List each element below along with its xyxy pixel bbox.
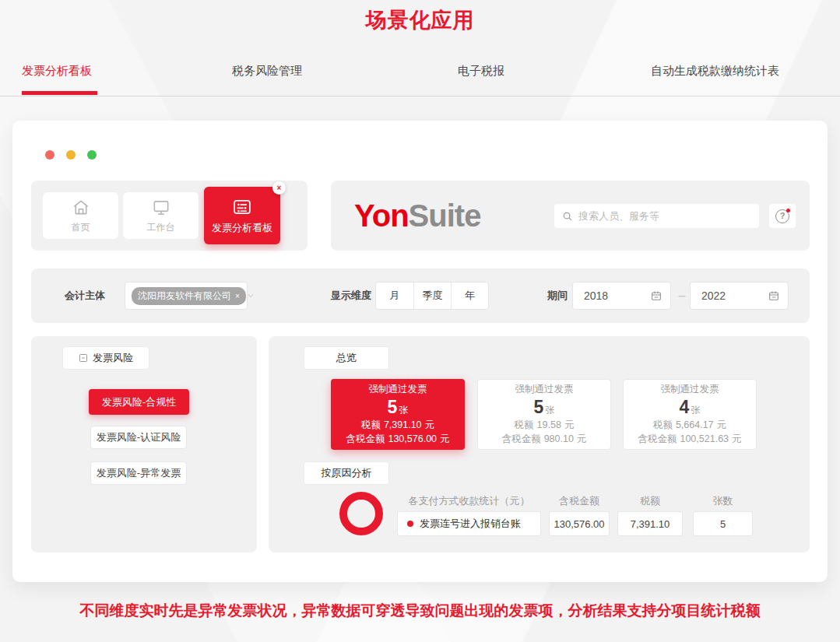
table-header-tax: 税额 bbox=[617, 494, 683, 508]
monitor-icon bbox=[151, 198, 171, 218]
stat-card-tax: 税额5,664.17元 bbox=[653, 418, 726, 432]
calendar-icon bbox=[768, 289, 780, 302]
tree-node-label: 发票风险 bbox=[93, 351, 133, 365]
notification-dot bbox=[786, 209, 790, 212]
logo-part-yon: Yon bbox=[354, 198, 409, 233]
dimension-segmented-control: 月 季度 年 bbox=[375, 282, 489, 310]
stat-card-tax: 税额7,391.10元 bbox=[361, 418, 434, 432]
dimension-option-month[interactable]: 月 bbox=[376, 282, 413, 309]
tab-tax-risk-management[interactable]: 税务风险管理 bbox=[232, 64, 302, 79]
period-to-input[interactable]: 2022 bbox=[690, 282, 789, 310]
yonsuite-logo: YonSuite bbox=[354, 181, 480, 251]
period-separator: – bbox=[674, 282, 690, 310]
tree-item-compliance[interactable]: 发票风险-合规性 bbox=[89, 389, 189, 415]
home-icon bbox=[71, 198, 91, 218]
payment-method-donut-chart[interactable] bbox=[339, 492, 383, 535]
tab-e-tax-filing[interactable]: 电子税报 bbox=[458, 64, 504, 79]
search-icon bbox=[562, 211, 573, 222]
logo-part-suite: Suite bbox=[409, 198, 481, 233]
stat-card-count: 4张 bbox=[680, 397, 701, 417]
stat-card-amount: 含税金额100,521.63元 bbox=[638, 432, 741, 446]
stat-card-count: 5张 bbox=[388, 397, 409, 417]
active-tab-underline bbox=[22, 91, 97, 95]
period-from-input[interactable]: 2018 bbox=[572, 282, 671, 310]
zoom-window-button[interactable] bbox=[87, 150, 97, 160]
nav-tile-label: 发票分析看板 bbox=[212, 221, 272, 235]
nav-tile-label: 工作台 bbox=[147, 221, 175, 234]
search-input[interactable] bbox=[578, 210, 751, 222]
global-search[interactable] bbox=[554, 204, 759, 228]
close-window-button[interactable] bbox=[45, 150, 54, 160]
help-button[interactable]: ? bbox=[769, 204, 796, 228]
analyze-by-reason-button[interactable]: 按原因分析 bbox=[304, 461, 389, 485]
calendar-icon bbox=[650, 289, 663, 302]
stat-card-forced-invoices-3[interactable]: 强制通过发票 4张 税额5,664.17元 含税金额100,521.63元 bbox=[623, 379, 757, 450]
stat-card-title: 强制通过发票 bbox=[661, 383, 719, 396]
stat-card-amount: 含税金额130,576.00元 bbox=[346, 432, 449, 446]
table-row-legend[interactable]: 发票连号进入报销台账 bbox=[397, 511, 541, 536]
window-controls bbox=[45, 150, 97, 160]
dashboard-icon bbox=[231, 196, 253, 218]
legend-label: 发票连号进入报销台账 bbox=[420, 517, 521, 531]
tree-item-certification-risk[interactable]: 发票风险-认证风险 bbox=[90, 426, 187, 449]
bottom-note: 不同维度实时先是异常发票状况，异常数据可穿透导致问题出现的发票项，分析结果支持分… bbox=[0, 601, 840, 621]
tree-node-invoice-risk[interactable]: 发票风险 bbox=[62, 346, 149, 370]
stat-card-count: 5张 bbox=[534, 397, 555, 417]
dimension-option-year[interactable]: 年 bbox=[451, 282, 488, 309]
entity-label: 会计主体 bbox=[65, 268, 105, 323]
app-window: 首页 工作台 发票分析看板 × Y bbox=[12, 121, 828, 582]
overview-button[interactable]: 总览 bbox=[304, 346, 389, 370]
table-cell-tax: 7,391.10 bbox=[617, 511, 683, 536]
filter-bar: 会计主体 沈阳用友软件有限公司 × 显示维度 月 季度 年 期间 2018 bbox=[31, 268, 810, 323]
table-cell-amount: 130,576.00 bbox=[549, 511, 610, 536]
page-title: 场景化应用 bbox=[0, 6, 840, 34]
tab-auto-tax-payment-table[interactable]: 自动生成税款缴纳统计表 bbox=[651, 64, 779, 79]
stat-card-title: 强制通过发票 bbox=[369, 383, 427, 396]
nav-tile-label: 首页 bbox=[72, 221, 90, 234]
table-header-payment-stats: 各支付方式收款统计（元） bbox=[397, 494, 541, 508]
entity-select[interactable]: 沈阳用友软件有限公司 × bbox=[125, 282, 248, 310]
brand-search-group: YonSuite ? bbox=[331, 181, 810, 251]
table-cell-count: 5 bbox=[693, 511, 753, 536]
nav-tile-workbench[interactable]: 工作台 bbox=[123, 192, 199, 239]
stat-card-forced-invoices-2[interactable]: 强制通过发票 5张 税额19.58元 含税金额980.10元 bbox=[477, 379, 611, 450]
app-nav-group: 首页 工作台 发票分析看板 × bbox=[31, 181, 308, 251]
tree-item-abnormal-invoice[interactable]: 发票风险-异常发票 bbox=[90, 461, 187, 485]
help-icon: ? bbox=[775, 209, 789, 223]
nav-tile-invoice-board[interactable]: 发票分析看板 × bbox=[204, 187, 280, 244]
tab-divider-line bbox=[0, 96, 840, 96]
analysis-panel: 总览 强制通过发票 5张 税额7,391.10元 含税金额130,576.00元… bbox=[269, 336, 810, 553]
period-from-value: 2018 bbox=[584, 289, 650, 302]
dimension-option-quarter[interactable]: 季度 bbox=[413, 282, 451, 309]
table-header-amount-with-tax: 含税金额 bbox=[549, 494, 610, 508]
remove-tag-icon[interactable]: × bbox=[235, 292, 240, 300]
minimize-window-button[interactable] bbox=[66, 150, 76, 160]
entity-tag: 沈阳用友软件有限公司 × bbox=[132, 287, 246, 305]
legend-dot-icon bbox=[407, 521, 413, 527]
tab-invoice-analysis-board[interactable]: 发票分析看板 bbox=[22, 64, 92, 79]
risk-tree-panel: 发票风险 发票风险-合规性 发票风险-认证风险 发票风险-异常发票 bbox=[31, 336, 257, 553]
chevron-down-icon bbox=[246, 291, 255, 300]
stat-card-forced-invoices-1[interactable]: 强制通过发票 5张 税额7,391.10元 含税金额130,576.00元 bbox=[331, 379, 465, 450]
table-header-count: 张数 bbox=[693, 494, 753, 508]
period-label: 期间 bbox=[547, 268, 568, 323]
stat-card-tax: 税额19.58元 bbox=[515, 418, 575, 432]
nav-tile-home[interactable]: 首页 bbox=[43, 192, 118, 239]
period-to-value: 2022 bbox=[701, 289, 768, 302]
collapse-icon[interactable] bbox=[79, 353, 88, 363]
stat-card-title: 强制通过发票 bbox=[515, 383, 574, 396]
stat-card-amount: 含税金额980.10元 bbox=[502, 432, 587, 446]
close-tab-badge[interactable]: × bbox=[272, 181, 286, 195]
dimension-label: 显示维度 bbox=[331, 268, 371, 323]
